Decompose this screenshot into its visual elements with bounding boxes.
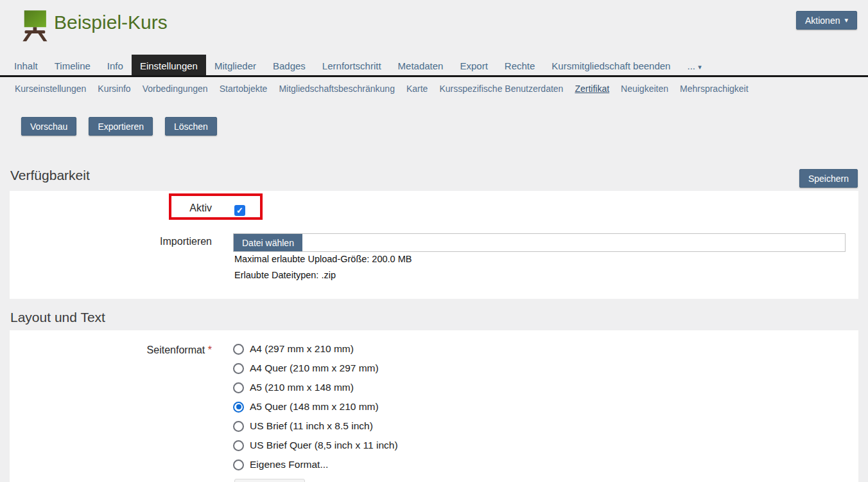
page-title: Beispiel-Kurs	[54, 12, 168, 33]
radio-option-a5[interactable]: A5 (210 mm x 148 mm)	[233, 378, 398, 397]
tab-badges[interactable]: Badges	[265, 56, 314, 75]
import-label: Importieren	[10, 236, 212, 247]
save-button[interactable]: Speichern	[799, 169, 858, 188]
subnav-kursinfo[interactable]: Kursinfo	[92, 80, 136, 98]
main-tabbar: Inhalt Timeline Info Einstellungen Mitgl…	[0, 55, 868, 77]
subnav-neuigkeiten[interactable]: Neuigkeiten	[615, 80, 674, 98]
radio-option-us-brief[interactable]: US Brief (11 inch x 8.5 inch)	[233, 416, 398, 436]
tab-einstellungen[interactable]: Einstellungen	[132, 55, 206, 75]
tab-mitglieder[interactable]: Mitglieder	[206, 56, 265, 75]
radio-option-a5-quer[interactable]: A5 Quer (148 mm x 210 mm)	[233, 397, 398, 416]
page-format-radio-group: A4 (297 mm x 210 mm) A4 Quer (210 mm x 2…	[233, 339, 398, 474]
radio-icon[interactable]	[233, 421, 244, 432]
active-checkbox[interactable]: ✓	[234, 205, 245, 216]
export-button[interactable]: Exportieren	[89, 117, 153, 136]
check-icon: ✓	[236, 206, 243, 215]
radio-option-a4[interactable]: A4 (297 mm x 210 mm)	[233, 339, 398, 359]
availability-panel: Aktiv ✓ Importieren Datei wählen Maximal…	[10, 191, 858, 299]
tab-export[interactable]: Export	[451, 56, 496, 75]
chevron-down-icon: ▾	[844, 16, 848, 24]
tab-info[interactable]: Info	[99, 56, 132, 75]
file-input[interactable]: Datei wählen	[233, 233, 846, 252]
subnav-karte[interactable]: Karte	[401, 80, 433, 98]
subnav-zertifikat[interactable]: Zertifikat	[569, 80, 615, 98]
subnav-mitgliedschaftsbeschraenkung[interactable]: Mitgliedschaftsbeschränkung	[273, 80, 401, 98]
course-easel-icon	[17, 8, 52, 42]
tab-rechte[interactable]: Rechte	[496, 56, 544, 75]
tab-metadaten[interactable]: Metadaten	[390, 56, 452, 75]
layout-panel: Seitenformat * A4 (297 mm x 210 mm) A4 Q…	[10, 330, 858, 482]
active-label: Aktiv	[10, 202, 212, 214]
filetypes-hint: Erlaubte Dateitypen: .zip	[234, 270, 336, 280]
radio-icon-selected[interactable]	[233, 402, 244, 413]
app-header: Beispiel-Kurs Aktionen▾	[0, 0, 868, 55]
page-format-label: Seitenformat *	[10, 344, 212, 356]
settings-subnav: Kurseinstellungen Kursinfo Vorbedingunge…	[0, 77, 868, 100]
availability-section-title: Verfügbarkeit	[10, 168, 90, 183]
actions-button[interactable]: Aktionen▾	[796, 11, 857, 30]
radio-option-a4-quer[interactable]: A4 Quer (210 mm x 297 mm)	[233, 359, 398, 378]
preview-button[interactable]: Vorschau	[21, 117, 76, 136]
max-upload-hint: Maximal erlaubte Upload-Größe: 200.0 MB	[234, 254, 412, 264]
tab-kursmitgliedschaft-beenden[interactable]: Kursmitgliedschaft beenden	[543, 56, 679, 75]
subnav-kursspezifische-benutzerdaten[interactable]: Kursspezifische Benutzerdaten	[433, 80, 569, 98]
subnav-startobjekte[interactable]: Startobjekte	[214, 80, 273, 98]
radio-icon[interactable]	[233, 382, 244, 393]
subnav-vorbedingungen[interactable]: Vorbedingungen	[137, 80, 214, 98]
radio-icon[interactable]	[233, 440, 244, 451]
tab-lernfortschritt[interactable]: Lernfortschritt	[314, 56, 390, 75]
subnav-mehrsprachigkeit[interactable]: Mehrsprachigkeit	[674, 80, 754, 98]
chevron-down-icon: ▾	[698, 63, 702, 71]
tab-inhalt[interactable]: Inhalt	[6, 56, 46, 75]
radio-option-us-brief-quer[interactable]: US Brief Quer (8,5 inch x 11 inch)	[233, 436, 398, 455]
delete-button[interactable]: Löschen	[165, 117, 217, 136]
cutoff-control[interactable]	[234, 479, 305, 482]
subnav-kurseinstellungen[interactable]: Kurseinstellungen	[9, 80, 92, 98]
radio-icon[interactable]	[233, 363, 244, 374]
layout-section-title: Layout und Text	[10, 310, 105, 325]
choose-file-button[interactable]: Datei wählen	[234, 234, 302, 251]
certificate-toolbar: Vorschau Exportieren Löschen	[21, 117, 217, 136]
required-marker: *	[208, 344, 212, 355]
tab-more-menu[interactable]: ... ▾	[679, 56, 709, 75]
radio-icon[interactable]	[233, 344, 244, 355]
course-settings-page: Beispiel-Kurs Aktionen▾ Inhalt Timeline …	[0, 0, 868, 482]
tab-timeline[interactable]: Timeline	[46, 56, 99, 75]
radio-option-eigenes-format[interactable]: Eigenes Format...	[233, 455, 398, 474]
radio-icon[interactable]	[233, 460, 244, 470]
